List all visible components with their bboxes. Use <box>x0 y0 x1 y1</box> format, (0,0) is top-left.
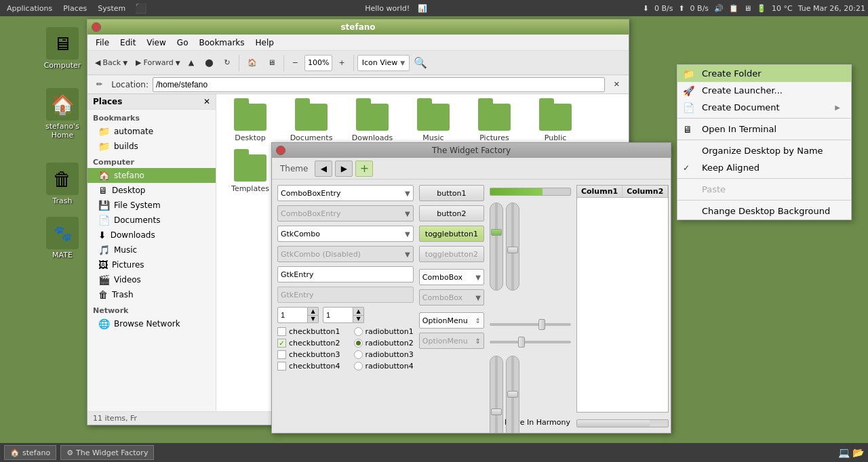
zoom-out-button[interactable]: − <box>288 54 303 72</box>
ctx-organize-desktop[interactable]: Organize Desktop by Name <box>677 142 851 159</box>
wf-spinner1-up[interactable]: ▲ <box>308 307 319 316</box>
view-selector[interactable]: Icon View ▼ <box>357 55 410 71</box>
taskbar-icon2[interactable]: 📂 <box>852 447 864 458</box>
system-menu[interactable]: System <box>94 4 130 13</box>
taskbar-btn-widget-factory[interactable]: ⚙ The Widget Factory <box>60 445 154 460</box>
wf-treeview[interactable]: Column1 Column2 <box>576 185 669 413</box>
file-item-pictures[interactable]: Pictures <box>467 101 521 145</box>
wf-radio2-btn[interactable] <box>354 339 363 348</box>
wf-radio1-btn[interactable] <box>354 327 363 336</box>
wf-hslider1[interactable] <box>490 318 571 331</box>
wf-vslider4-thumb[interactable] <box>507 391 518 398</box>
ctx-create-launcher[interactable]: 🚀 Create Launcher... <box>677 82 851 99</box>
file-item-public[interactable]: Public <box>528 101 583 145</box>
sidebar-item-documents[interactable]: 📄 Documents <box>87 213 216 228</box>
ctx-change-background[interactable]: Change Desktop Background <box>677 203 851 219</box>
menu-edit[interactable]: Edit <box>115 37 141 49</box>
wf-toggle1[interactable]: togglebutton1 <box>419 226 484 242</box>
wf-radio3-btn[interactable] <box>354 350 363 359</box>
wf-check4-box[interactable] <box>277 362 286 371</box>
wf-next-button[interactable]: ▶ <box>335 161 353 177</box>
close-button[interactable] <box>92 22 101 32</box>
ctx-open-terminal[interactable]: 🖥 Open In Terminal <box>677 121 851 138</box>
back-button[interactable]: ◀ Back ▼ <box>90 54 130 72</box>
menu-file[interactable]: File <box>90 37 115 49</box>
wf-check3-box[interactable] <box>277 350 286 359</box>
wf-toggle2[interactable]: togglebutton2 <box>419 246 484 262</box>
location-input[interactable] <box>153 77 605 92</box>
desktop-icon-mate[interactable]: 🐾 MATE <box>38 217 87 259</box>
sidebar-close-icon[interactable]: ✕ <box>203 97 210 106</box>
volume-icon[interactable]: 🔊 <box>714 4 724 13</box>
wf-spinner2[interactable]: ▲ ▼ <box>323 307 364 323</box>
sidebar-item-trash[interactable]: 🗑 Trash <box>87 287 216 302</box>
menu-help[interactable]: Help <box>250 37 279 49</box>
wf-spinner2-up[interactable]: ▲ <box>353 307 364 316</box>
refresh-button[interactable]: ↻ <box>220 54 235 72</box>
forward-button[interactable]: ▶ Forward ▼ <box>131 54 182 72</box>
wf-prev-button[interactable]: ◀ <box>315 161 332 177</box>
taskbar-btn-home[interactable]: 🏠 stefano <box>4 445 56 460</box>
sidebar-item-browse-network[interactable]: 🌐 Browse Network <box>87 316 216 331</box>
wf-tv-col1[interactable]: Column1 <box>577 186 623 197</box>
zoom-in-button[interactable]: + <box>334 54 349 72</box>
wf-button1[interactable]: button1 <box>419 185 484 201</box>
wf-hslider2-thumb[interactable] <box>518 337 525 348</box>
terminal-icon[interactable]: ⬛ <box>132 3 149 14</box>
wf-combo2[interactable]: GtkCombo ▼ <box>277 226 414 242</box>
ctx-keep-aligned[interactable]: ✓ Keep Aligned <box>677 159 851 176</box>
sidebar-item-filesystem[interactable]: 💾 File System <box>87 198 216 213</box>
wf-vslider2-thumb[interactable] <box>507 247 518 253</box>
wf-hslider1-thumb[interactable] <box>538 319 545 330</box>
file-item-desktop[interactable]: Desktop <box>223 101 277 145</box>
wf-check2-box[interactable] <box>277 339 286 348</box>
wf-close-button[interactable] <box>276 146 285 155</box>
wf-vslider2[interactable] <box>506 203 519 291</box>
file-item-templates[interactable]: Templates <box>223 152 277 196</box>
search-button[interactable]: 🔍 <box>411 54 430 72</box>
wf-tv-col2[interactable]: Column2 <box>623 186 668 197</box>
file-item-downloads[interactable]: Downloads <box>345 101 399 145</box>
up-button[interactable]: ▲ <box>184 54 199 72</box>
desktop-icon-trash[interactable]: 🗑 Trash <box>38 163 87 205</box>
wf-hslider2[interactable] <box>490 335 571 349</box>
stop-button[interactable]: ⬤ <box>200 54 218 72</box>
wf-spinner1[interactable]: ▲ ▼ <box>277 307 319 323</box>
desktop-icon-home[interactable]: 🏠 stefano's Home <box>38 88 87 140</box>
sidebar-item-desktop[interactable]: 🖥 Desktop <box>87 183 216 198</box>
menu-go[interactable]: Go <box>172 37 194 49</box>
wf-check4[interactable]: checkbutton4 <box>277 362 340 371</box>
wf-radio3[interactable]: radiobutton3 <box>354 350 414 359</box>
wf-check1[interactable]: checkbutton1 <box>277 327 340 336</box>
wf-check3[interactable]: checkbutton3 <box>277 350 340 359</box>
wf-radio1[interactable]: radiobutton1 <box>354 327 414 336</box>
taskbar-icon1[interactable]: 💻 <box>838 447 850 458</box>
wf-vslider1[interactable] <box>490 203 503 291</box>
wf-spinner2-down[interactable]: ▼ <box>353 316 364 324</box>
sidebar-item-pictures[interactable]: 🖼 Pictures <box>87 257 216 272</box>
menu-bookmarks[interactable]: Bookmarks <box>193 37 250 49</box>
wf-spinner1-down[interactable]: ▼ <box>308 316 319 324</box>
wf-spinner1-input[interactable] <box>277 307 308 323</box>
wf-add-button[interactable]: + <box>355 161 373 177</box>
wf-spinner2-input[interactable] <box>323 307 353 323</box>
wf-entry1[interactable]: GtkEntry <box>277 266 414 282</box>
edit-path-button[interactable]: ✏ <box>92 75 107 94</box>
ctx-create-folder[interactable]: 📁 Create Folder <box>677 65 851 82</box>
wf-combobox-active[interactable]: ComboBox ▼ <box>419 269 484 285</box>
wf-check1-box[interactable] <box>277 327 286 336</box>
wf-radio4-btn[interactable] <box>354 362 363 371</box>
wf-combo1[interactable]: ComboBoxEntry ▼ <box>277 185 414 201</box>
file-item-music[interactable]: Music <box>406 101 460 145</box>
places-menu[interactable]: Places <box>59 4 91 13</box>
home-button[interactable]: 🏠 <box>243 54 262 72</box>
clear-location-button[interactable]: ✕ <box>609 75 625 94</box>
ctx-create-document[interactable]: 📄 Create Document ▶ <box>677 99 851 116</box>
wf-vslider1-thumb[interactable] <box>491 229 502 236</box>
sidebar-item-music[interactable]: 🎵 Music <box>87 243 216 257</box>
wf-radio2[interactable]: radiobutton2 <box>354 339 414 348</box>
file-item-documents[interactable]: Documents <box>284 101 338 145</box>
wf-radio4[interactable]: radiobutton4 <box>354 362 414 371</box>
wf-tv-scrollbar[interactable] <box>576 419 669 427</box>
applications-menu[interactable]: Applications <box>3 4 56 13</box>
